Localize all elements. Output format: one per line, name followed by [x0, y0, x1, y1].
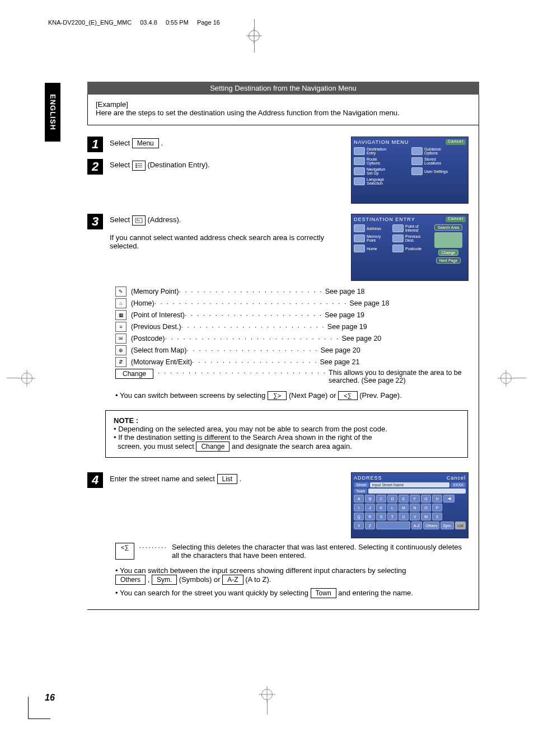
kb-key: E [399, 495, 409, 503]
kb-key: J [365, 504, 375, 511]
step4-pre: Enter the street name and select [110, 475, 215, 483]
others-button[interactable]: Others [115, 575, 146, 585]
ref-prev-dest: ≡(Previous Dest.) · · · · · · · · · · · … [115, 322, 469, 332]
note-title: NOTE : [114, 416, 460, 425]
prev-page-button[interactable]: <∑ [338, 391, 357, 400]
ss-item-sub: Locations [424, 161, 441, 165]
step2-post: (Destination Entry). [147, 161, 209, 169]
town-button[interactable]: Town [311, 588, 336, 598]
address-icon[interactable] [132, 215, 146, 226]
ss-item-sub: Options [367, 161, 380, 165]
note-line2c: and designate the search area again. [232, 442, 352, 450]
change-pill: Change [438, 250, 459, 256]
step2-pre: Select [110, 161, 130, 169]
switch-screens-line: • You can switch between screens by sele… [115, 391, 469, 400]
ss-item: Previous [405, 234, 420, 238]
change-button[interactable]: Change [115, 369, 153, 379]
kb-key: V [410, 513, 420, 520]
kb-key: M [399, 504, 409, 511]
note-line1: • Depending on the selected area, you ma… [114, 425, 460, 433]
next-page-button[interactable]: ∑> [268, 391, 287, 400]
menu-button[interactable]: Menu [132, 138, 159, 148]
header-time: 0:55 PM [166, 19, 189, 26]
kb-key: Q [354, 513, 364, 520]
svg-rect-1 [135, 165, 137, 166]
ss-cancel: Cancel [447, 475, 466, 481]
home-icon: ⌂ [115, 298, 127, 308]
ss-cancel: Cancel [446, 139, 466, 145]
list-button[interactable]: List [217, 474, 238, 484]
motorway-icon: ⇵ [115, 357, 127, 367]
registration-mark-bottom [261, 689, 273, 715]
switch-input-line: • You can switch between the input scree… [115, 566, 469, 585]
kb-key: Y [354, 522, 364, 529]
backspace-button[interactable]: <∑ [115, 543, 134, 560]
ss-item: Guidance [424, 147, 441, 151]
kb-key: O [421, 504, 431, 511]
street-label: Street [354, 482, 369, 487]
kb-key: S [376, 513, 386, 520]
kb-key: K [376, 504, 386, 511]
header-file: KNA-DV2200_(E)_ENG_MMC [48, 19, 132, 26]
ref-memory-point: ✎(Memory Point) · · · · · · · · · · · · … [115, 287, 469, 297]
kb-others: Others [423, 522, 439, 529]
switch-next: (Next Page) or [289, 391, 336, 400]
ref-change: Change · · · · · · · · · · · · · · · · ·… [115, 369, 469, 384]
note-line2b: screen, you must select [118, 442, 194, 450]
ss-dest-title: DESTINATION ENTRY [354, 217, 415, 222]
search-area-label: Search Area [434, 224, 463, 231]
step-number: 1 [87, 137, 103, 152]
ss-item: Address [367, 227, 381, 231]
registration-mark-top [249, 19, 260, 53]
town-label: Town [354, 489, 367, 494]
kb-key: Z [365, 522, 375, 529]
ss-item: Memory [367, 234, 381, 238]
ss-item: Language [367, 177, 384, 181]
destination-entry-icon[interactable] [132, 161, 146, 171]
kb-key: W [421, 513, 431, 520]
ss-item: Stored [424, 157, 436, 161]
page-number: 16 [45, 693, 55, 703]
step-3: 3 Select (Address). If you cannot select… [90, 214, 340, 250]
sym-post: (Symbols) or [179, 575, 221, 584]
change-button-note[interactable]: Change [196, 442, 229, 452]
az-button[interactable]: A-Z [222, 575, 243, 585]
kb-key: B [365, 495, 375, 503]
content: Setting Destination from the Navigation … [76, 82, 490, 610]
step1-pre: Select [110, 139, 130, 147]
note-line2a: • If the destination setting is differen… [114, 433, 372, 442]
ss-item-sub: Set Up [367, 171, 378, 175]
kb-key: D [387, 495, 397, 503]
step-2: 2 Select (Destination Entry). [90, 159, 340, 175]
search-town-line: • You can search for the street you want… [115, 588, 469, 598]
map-icon: ⊕ [115, 345, 127, 355]
sym-button[interactable]: Sym. [152, 575, 177, 585]
kb-key: I [354, 504, 364, 511]
postcode-icon: ✉ [115, 334, 127, 344]
ss-item-sub: Point [367, 238, 376, 242]
page: KNA-DV2200_(E)_ENG_MMC 03.4.8 0:55 PM Pa… [0, 0, 534, 756]
ref-motorway: ⇵(Motorway Ent/Exit) · · · · · · · · · ·… [115, 357, 469, 367]
note-box: NOTE : • Depending on the selected area,… [105, 410, 468, 458]
step-number: 4 [87, 472, 103, 488]
svg-rect-2 [135, 167, 137, 168]
ss-item: Postcode [405, 247, 421, 251]
kb-key: A [354, 495, 364, 503]
section-title: Setting Destination from the Navigation … [87, 82, 479, 95]
step-4: 4 Enter the street name and select List … [90, 472, 340, 488]
crop-mark [28, 697, 29, 719]
ss-nav-title: NAVIGATION MENU [354, 139, 409, 145]
switch-pre: • You can switch between screens by sele… [115, 391, 265, 400]
svg-rect-8 [137, 220, 140, 221]
prev-dest-icon: ≡ [115, 322, 127, 332]
delete-text: Selecting this deletes the character tha… [172, 543, 469, 560]
step4-post: . [240, 475, 242, 483]
kb-sym: Sym. [441, 522, 454, 529]
search-town-post: and entering the name. [338, 589, 413, 597]
ref-home: ⌂(Home) · · · · · · · · · · · · · · · · … [115, 298, 469, 308]
svg-rect-0 [135, 163, 137, 165]
header-date: 03.4.8 [140, 19, 157, 26]
sep: , [148, 575, 150, 584]
kb-key: P [432, 504, 442, 511]
kb-key: X [432, 513, 442, 520]
